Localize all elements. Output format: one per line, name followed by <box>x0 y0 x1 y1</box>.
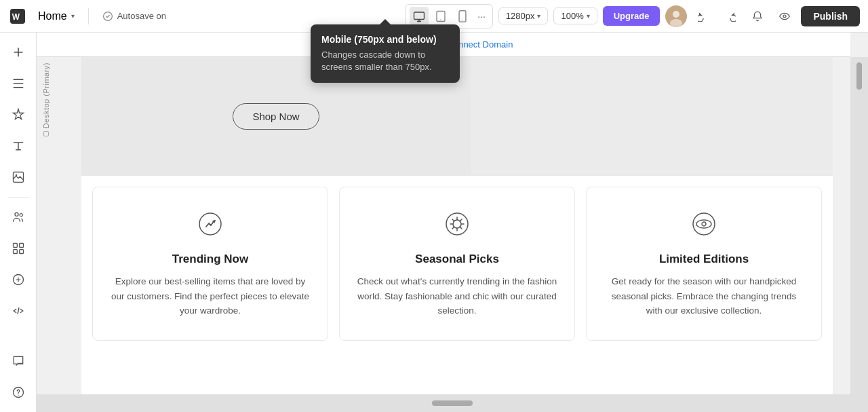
svg-point-18 <box>20 214 22 217</box>
tooltip-title: Mobile (750px and below) <box>321 34 449 45</box>
notifications-button[interactable] <box>747 5 768 27</box>
autosave-icon <box>102 11 113 22</box>
trending-title: Trending Now <box>172 252 248 266</box>
redo-button[interactable] <box>719 5 741 27</box>
preview-button[interactable] <box>774 5 795 27</box>
autosave-indicator: Autosave on <box>97 8 172 24</box>
seasonal-icon <box>445 212 469 242</box>
publish-button[interactable]: Publish <box>801 6 860 26</box>
sidebar-item-people[interactable] <box>4 203 33 231</box>
svg-point-11 <box>783 15 786 18</box>
resolution-chevron-icon: ▾ <box>537 12 540 20</box>
desktop-device-btn[interactable] <box>410 7 429 26</box>
svg-rect-12 <box>13 79 23 80</box>
label-dot <box>43 131 49 136</box>
sidebar-item-comments[interactable] <box>4 347 33 375</box>
wix-logo[interactable]: W <box>8 7 27 26</box>
svg-rect-19 <box>13 244 17 248</box>
upgrade-button[interactable]: Upgrade <box>603 6 660 26</box>
sidebar-item-pages[interactable] <box>4 69 33 98</box>
chevron-down-icon: ▾ <box>71 12 75 20</box>
vertical-label-area: Desktop (Primary) <box>42 62 50 136</box>
zoom-chevron-icon: ▾ <box>587 12 590 20</box>
scrollbar-vertical[interactable] <box>850 57 868 394</box>
more-options-btn[interactable]: ··· <box>475 8 488 24</box>
sidebar-item-text[interactable] <box>4 132 33 160</box>
scrollbar-vertical-thumb[interactable] <box>856 62 862 90</box>
limited-card: Limited Editions Get ready for the seaso… <box>586 187 822 341</box>
trending-icon <box>198 212 222 242</box>
sidebar-item-interactions[interactable] <box>4 265 33 294</box>
trending-desc: Explore our best-selling items that are … <box>109 274 311 318</box>
svg-rect-20 <box>19 244 23 248</box>
sidebar-item-media[interactable] <box>4 163 33 191</box>
sidebar <box>0 33 37 412</box>
zoom-value: 100% <box>561 11 583 21</box>
svg-point-31 <box>702 222 706 226</box>
svg-point-27 <box>446 213 468 235</box>
topbar-right: Publish <box>665 5 860 27</box>
sidebar-item-apps[interactable] <box>4 234 33 263</box>
home-section[interactable]: Home ▾ <box>33 7 80 25</box>
autosave-label: Autosave on <box>117 11 166 21</box>
svg-rect-22 <box>19 250 23 254</box>
seasonal-card: Seasonal Picks Check out what's currentl… <box>339 187 575 341</box>
sidebar-divider <box>7 197 29 198</box>
tooltip-arrow <box>380 19 391 24</box>
limited-title: Limited Editions <box>659 252 749 266</box>
resolution-value: 1280px <box>506 11 535 21</box>
svg-rect-21 <box>13 250 17 254</box>
limited-icon <box>692 212 716 242</box>
mobile-tooltip: Mobile (750px and below) Changes cascade… <box>311 24 460 83</box>
svg-text:W: W <box>12 12 20 21</box>
topbar-divider <box>88 8 89 24</box>
svg-point-10 <box>670 19 682 27</box>
mobile-device-btn[interactable] <box>453 7 472 26</box>
scrollbar-horizontal-thumb[interactable] <box>432 400 473 406</box>
svg-point-25 <box>18 395 18 396</box>
sidebar-item-design[interactable] <box>4 100 33 129</box>
svg-rect-3 <box>414 12 425 20</box>
sidebar-item-help[interactable] <box>4 378 33 407</box>
limited-desc: Get ready for the season with our handpi… <box>603 274 805 318</box>
resolution-dropdown[interactable]: 1280px ▾ <box>498 7 549 24</box>
seasonal-desc: Check out what's currently trending in t… <box>356 274 558 318</box>
scrollbar-horizontal[interactable] <box>37 394 868 412</box>
user-avatar[interactable] <box>665 5 687 27</box>
svg-point-5 <box>440 19 441 20</box>
svg-point-7 <box>462 20 462 20</box>
svg-point-9 <box>673 11 679 18</box>
desktop-primary-label: Desktop (Primary) <box>42 62 50 128</box>
sidebar-item-add[interactable] <box>4 38 33 67</box>
svg-rect-14 <box>13 87 23 88</box>
home-label: Home <box>38 10 67 22</box>
tooltip-body: Changes cascade down to screens smaller … <box>321 49 449 73</box>
page-canvas: Shop Now Trending Now Explore our best-s… <box>81 57 833 394</box>
tablet-device-btn[interactable] <box>431 7 450 26</box>
svg-point-17 <box>15 212 18 216</box>
svg-rect-13 <box>13 83 23 84</box>
cards-section: Trending Now Explore our best-selling it… <box>81 176 833 352</box>
zoom-dropdown[interactable]: 100% ▾ <box>553 7 597 24</box>
seasonal-title: Seasonal Picks <box>415 252 499 266</box>
shop-now-button[interactable]: Shop Now <box>233 103 319 130</box>
sidebar-bottom <box>4 347 33 407</box>
trending-card: Trending Now Explore our best-selling it… <box>92 187 328 341</box>
sidebar-item-code[interactable] <box>4 297 33 325</box>
svg-point-30 <box>696 220 711 228</box>
hero-right <box>471 57 833 175</box>
undo-button[interactable] <box>692 5 714 27</box>
